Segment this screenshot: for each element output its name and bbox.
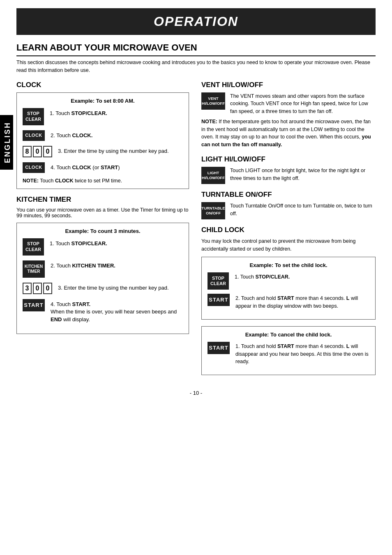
cl-cancel-text: 1. Touch and hold START more than 4 seco…: [235, 342, 369, 366]
main-subtitle: This section discusses the concepts behi…: [16, 59, 376, 74]
light-description: Touch LIGHT once for bright light, twice…: [230, 167, 376, 182]
clock-step3-text: 3. Enter the time by using the number ke…: [58, 146, 183, 155]
child-lock-set-box: Example: To set the child lock. STOP CLE…: [201, 257, 376, 320]
child-lock-set-title: Example: To set the child lock.: [208, 262, 369, 268]
start-button-cl-cancel[interactable]: START: [208, 342, 230, 354]
clock-step3-row: 8 0 0 3. Enter the time by using the num…: [23, 146, 183, 157]
cl-set-step1: STOP CLEAR 1. Touch STOP/CLEAR.: [208, 272, 369, 290]
page: ENGLISH OPERATION LEARN ABOUT YOUR MICRO…: [0, 0, 392, 555]
clock-example-box: Example: To set 8:00 AM. STOP CLEAR 1. T…: [16, 92, 189, 189]
cl-cancel-row: START 1. Touch and hold START more than …: [208, 342, 369, 366]
kt-digit-2: 0: [33, 283, 42, 294]
kt-step4-row: START 4. Touch START. When the time is o…: [23, 299, 183, 324]
vent-note: NOTE: If the temperature gets too hot ar…: [201, 118, 376, 149]
cl-set-step2: START 2. Touch and hold START more than …: [208, 294, 369, 310]
kt-step1-row: STOP CLEAR 1. Touch STOP/CLEAR.: [23, 238, 183, 256]
stop-clear-button-kt[interactable]: STOP CLEAR: [23, 238, 44, 256]
turntable-description: Touch Turntable On/Off once to turn Turn…: [230, 202, 376, 218]
kitchen-timer-section: KITCHEN TIMER You can use your microwave…: [16, 196, 189, 334]
right-column: VENT HI/LOW/OFF VENT HI/LOW/OFF The VENT…: [201, 81, 376, 382]
clock-example-title: Example: To set 8:00 AM.: [23, 98, 183, 104]
clock-step4-text: 4. Touch CLOCK (or START): [51, 162, 183, 172]
kt-step4-text: 4. Touch START. When the time is over, y…: [51, 299, 183, 324]
child-lock-section: CHILD LOCK You may lock the control pane…: [201, 226, 376, 375]
clock-digit-2: 0: [33, 146, 42, 157]
turntable-section: TURNTABLE ON/OFF TURNTABLE ON/OFF Touch …: [201, 191, 376, 219]
kitchen-timer-description: You can use your microwave oven as a tim…: [16, 207, 189, 219]
kt-step3-row: 3 0 0 3. Enter the time by using the num…: [23, 283, 183, 294]
operation-header: OPERATION: [16, 8, 376, 35]
clock-button-step2[interactable]: CLOCK: [23, 130, 45, 141]
turntable-heading: TURNTABLE ON/OFF: [201, 191, 376, 199]
stop-clear-button-clock[interactable]: STOP CLEAR: [23, 108, 44, 125]
kt-step3-text: 3. Enter the time by using the number ke…: [58, 283, 183, 292]
turntable-row: TURNTABLE ON/OFF Touch Turntable On/Off …: [201, 202, 376, 219]
left-column: CLOCK Example: To set 8:00 AM. STOP CLEA…: [16, 81, 189, 341]
main-content: CLOCK Example: To set 8:00 AM. STOP CLEA…: [16, 81, 376, 382]
clock-number-display: 8 0 0: [23, 146, 52, 157]
clock-button-step4[interactable]: CLOCK: [23, 162, 45, 173]
child-lock-cancel-title: Example: To cancel the child lock.: [208, 332, 369, 338]
clock-step2-text: 2. Touch CLOCK.: [51, 130, 183, 140]
main-title: LEARN ABOUT YOUR MICROWAVE OVEN: [16, 42, 376, 56]
kt-step2-text: 2. Touch KITCHEN TIMER.: [51, 260, 183, 270]
vent-description: The VENT moves steam and other vapors fr…: [230, 92, 376, 115]
vent-section: VENT HI/LOW/OFF VENT HI/LOW/OFF The VENT…: [201, 81, 376, 149]
kitchen-timer-example-box: Example: To count 3 minutes. STOP CLEAR …: [16, 223, 189, 334]
start-button-kt[interactable]: START: [23, 299, 45, 311]
kitchen-timer-example-title: Example: To count 3 minutes.: [23, 228, 183, 234]
turntable-button[interactable]: TURNTABLE ON/OFF: [201, 202, 225, 219]
kitchen-timer-heading: KITCHEN TIMER: [16, 196, 189, 204]
vent-row: VENT HI/LOW/OFF The VENT moves steam and…: [201, 92, 376, 115]
clock-step1-text: 1. Touch STOP/CLEAR.: [50, 108, 183, 117]
kitchen-timer-button[interactable]: KITCHEN TIMER: [23, 260, 45, 278]
start-button-cl-set[interactable]: START: [208, 294, 230, 306]
clock-step2-row: CLOCK 2. Touch CLOCK.: [23, 130, 183, 141]
cl-set-step1-text: 1. Touch STOP/CLEAR.: [235, 272, 369, 281]
kt-step2-row: KITCHEN TIMER 2. Touch KITCHEN TIMER.: [23, 260, 183, 278]
clock-digit-1: 8: [23, 146, 32, 157]
english-sidebar-label: ENGLISH: [0, 115, 13, 170]
clock-step4-row: CLOCK 4. Touch CLOCK (or START): [23, 162, 183, 173]
clock-heading: CLOCK: [16, 81, 189, 89]
clock-step1-row: STOP CLEAR 1. Touch STOP/CLEAR.: [23, 108, 183, 125]
page-number: - 10 -: [16, 390, 376, 396]
child-lock-cancel-box: Example: To cancel the child lock. START…: [201, 326, 376, 375]
light-button[interactable]: LIGHT HI/LOW/OFF: [201, 167, 225, 184]
stop-clear-button-cl[interactable]: STOP CLEAR: [208, 272, 229, 290]
vent-button[interactable]: VENT HI/LOW/OFF: [201, 92, 225, 110]
child-lock-description: You may lock the control panel to preven…: [201, 237, 376, 253]
cl-set-step2-text: 2. Touch and hold START more than 4 seco…: [235, 294, 369, 310]
kt-number-display: 3 0 0: [23, 283, 52, 294]
kt-step1-text: 1. Touch STOP/CLEAR.: [50, 238, 183, 248]
kt-digit-1: 3: [23, 283, 32, 294]
kt-digit-3: 0: [43, 283, 52, 294]
operation-title: OPERATION: [16, 14, 376, 29]
vent-heading: VENT HI/LOW/OFF: [201, 81, 376, 89]
light-section: LIGHT HI/LOW/OFF LIGHT HI/LOW/OFF Touch …: [201, 155, 376, 184]
clock-digit-3: 0: [43, 146, 52, 157]
light-heading: LIGHT HI/LOW/OFF: [201, 155, 376, 164]
child-lock-heading: CHILD LOCK: [201, 226, 376, 234]
clock-section: CLOCK Example: To set 8:00 AM. STOP CLEA…: [16, 81, 189, 189]
light-row: LIGHT HI/LOW/OFF Touch LIGHT once for br…: [201, 167, 376, 184]
clock-note: NOTE: Touch CLOCK twice to set PM time.: [23, 178, 183, 184]
